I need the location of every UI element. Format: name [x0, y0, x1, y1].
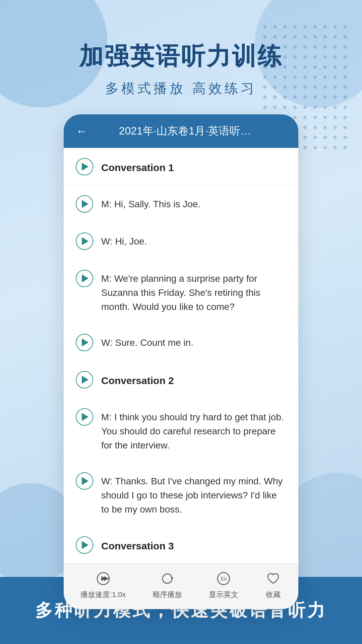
play-button-6[interactable] — [76, 371, 93, 388]
play-button-9[interactable] — [76, 536, 93, 554]
list-item: M: We're planning a surprise party for S… — [64, 260, 298, 324]
toolbar-favorite[interactable]: 收藏 — [265, 570, 282, 600]
header-title: 2021年·山东卷1月·英语听… — [96, 124, 274, 139]
play-button-5[interactable] — [76, 334, 93, 351]
toolbar-speed[interactable]: 播放速度:1.0x — [80, 570, 126, 600]
speed-icon — [95, 570, 112, 587]
play-button-1[interactable] — [76, 158, 93, 175]
list-item: Conversation 1 — [64, 148, 298, 185]
conv-title-1: Conversation 1 — [101, 157, 286, 175]
conversation-list: Conversation 1 M: Hi, Sally. This is Joe… — [64, 148, 298, 563]
list-item: M: Hi, Sally. This is Joe. — [64, 185, 298, 222]
list-item: M: I think you should try hard to get th… — [64, 398, 298, 462]
toolbar-english[interactable]: En 显示英文 — [209, 570, 238, 600]
heart-icon — [265, 570, 282, 587]
english-icon: En — [215, 570, 232, 587]
play-icon-1 — [82, 163, 88, 171]
main-title: 加强英语听力训练 — [0, 40, 362, 72]
conv-text-5: W: Sure. Count me in. — [101, 333, 286, 350]
play-icon-4 — [82, 274, 88, 282]
order-label: 顺序播放 — [153, 590, 182, 600]
play-icon-9 — [82, 541, 88, 549]
conv-text-7: M: I think you should try hard to get th… — [101, 408, 286, 452]
list-item: W: Thanks. But I've changed my mind. Why… — [64, 462, 298, 526]
conv-title-9: Conversation 3 — [101, 536, 286, 553]
play-icon-3 — [82, 237, 88, 245]
order-icon — [159, 570, 176, 587]
play-button-2[interactable] — [76, 195, 93, 213]
favorite-label: 收藏 — [266, 590, 281, 600]
phone-container: ← 2021年·山东卷1月·英语听… Conversation 1 M: Hi,… — [0, 114, 362, 609]
english-label: 显示英文 — [209, 590, 238, 600]
toolbar-order[interactable]: 顺序播放 — [153, 570, 182, 600]
phone-header: ← 2021年·山东卷1月·英语听… — [64, 114, 298, 148]
svg-text:En: En — [220, 576, 227, 582]
play-button-3[interactable] — [76, 232, 93, 250]
play-icon-7 — [82, 413, 88, 421]
speed-label: 播放速度:1.0x — [80, 590, 126, 600]
play-icon-6 — [82, 376, 88, 384]
play-button-4[interactable] — [76, 270, 93, 287]
play-icon-2 — [82, 200, 88, 208]
phone-mockup: ← 2021年·山东卷1月·英语听… Conversation 1 M: Hi,… — [64, 114, 298, 609]
back-button[interactable]: ← — [76, 124, 88, 138]
conv-text-2: M: Hi, Sally. This is Joe. — [101, 195, 286, 211]
play-button-7[interactable] — [76, 408, 93, 426]
conv-text-4: M: We're planning a surprise party for S… — [101, 269, 286, 314]
list-item: W: Sure. Count me in. — [64, 324, 298, 361]
list-item: Conversation 2 — [64, 361, 298, 398]
top-section: 加强英语听力训练 多模式播放 高效练习 — [0, 0, 362, 114]
list-item: Conversation 3 — [64, 526, 298, 563]
conv-title-6: Conversation 2 — [101, 370, 286, 388]
svg-marker-119 — [104, 576, 109, 581]
conv-text-3: W: Hi, Joe. — [101, 232, 286, 249]
conv-text-8: W: Thanks. But I've changed my mind. Why… — [101, 472, 286, 517]
sub-title: 多模式播放 高效练习 — [0, 79, 362, 98]
play-icon-5 — [82, 338, 88, 346]
list-item: W: Hi, Joe. — [64, 222, 298, 260]
phone-toolbar: 播放速度:1.0x 顺序播放 En — [64, 563, 298, 609]
play-button-8[interactable] — [76, 472, 93, 490]
play-icon-8 — [82, 477, 88, 485]
